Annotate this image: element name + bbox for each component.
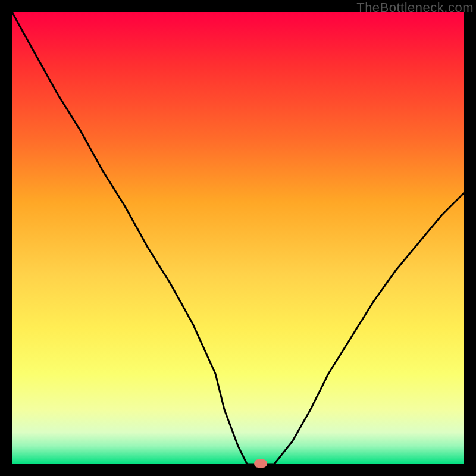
chart-container: TheBottleneck.com [0, 0, 476, 476]
bottleneck-curve [12, 12, 464, 464]
watermark-text: TheBottleneck.com [356, 0, 474, 15]
plot-area [12, 12, 464, 464]
optimum-marker [254, 459, 267, 468]
